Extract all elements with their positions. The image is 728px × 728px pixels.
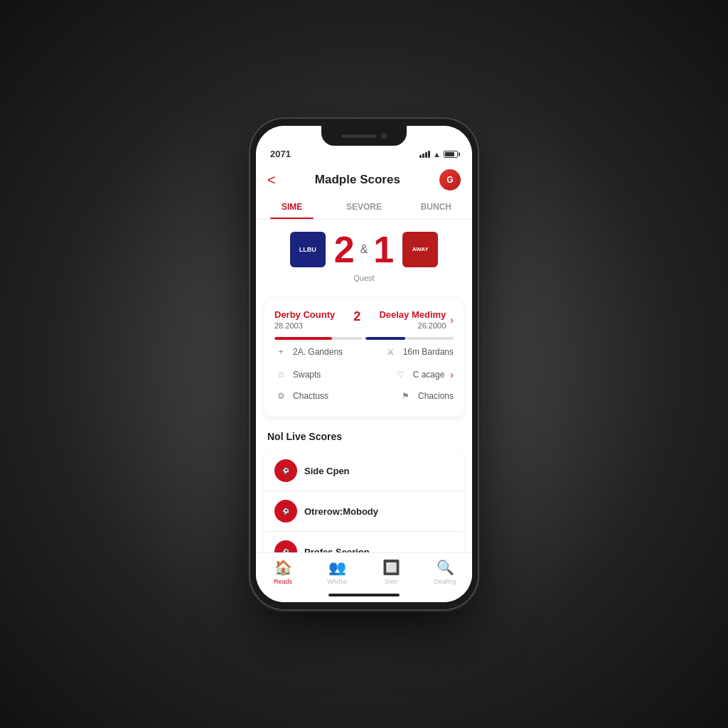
home-stat3[interactable]: ☆ Swapts: [274, 368, 321, 381]
flag-icon: ⚑: [400, 390, 412, 402]
user-avatar[interactable]: G: [439, 169, 461, 191]
away-team-info: Deelay Medimy 26.2000 ›: [379, 309, 454, 330]
away-score: 1: [373, 231, 394, 268]
home-indicator: [328, 594, 400, 596]
score-section: LLBU 2 & 1 AWAY Quest: [256, 220, 472, 294]
home-team-name: Derby County: [274, 309, 335, 320]
heart-icon: ♡: [395, 368, 407, 381]
battery-icon: [444, 151, 458, 158]
chevron-right-icon: ›: [450, 314, 454, 326]
shield-icon: ⚔: [385, 346, 397, 358]
list-logo-1: ⚽: [274, 500, 297, 523]
status-icons: ▲: [419, 150, 458, 159]
signal-bars: [419, 151, 430, 158]
home-nav-icon: 🏠: [274, 559, 292, 576]
away-stat3[interactable]: ♡ C acage ›: [395, 368, 454, 381]
chevron-small-icon: ›: [450, 369, 454, 380]
app-header: < Madple Scores G: [256, 164, 472, 191]
teams-header: Derby County 28.2003 2 Deelay Medimy 26.…: [274, 309, 454, 330]
camera: [381, 133, 387, 139]
wifi-icon: ▲: [433, 150, 441, 159]
app-content: < Madple Scores G SIME SEVORE BUNCH: [256, 164, 472, 602]
list-item-label-0: Side Cpen: [304, 466, 350, 476]
nav-item-sien[interactable]: 🔲 Sien: [364, 559, 418, 585]
grid-nav-icon: 🔲: [382, 559, 400, 576]
nav-item-whdse[interactable]: 👥 Whdse: [310, 559, 364, 585]
stat-labels-row: + 2A. Gandens ⚔ 16m Bardans: [274, 346, 454, 363]
home-team-logo: LLBU: [290, 232, 326, 267]
people-nav-icon: 👥: [328, 559, 346, 576]
stat-bottom-row: ⚙ Chactuss ⚑ Chacions: [274, 390, 454, 407]
stats-card: Derby County 28.2003 2 Deelay Medimy 26.…: [264, 299, 464, 417]
search-nav-icon: 🔍: [437, 559, 454, 576]
nav-label-whdse: Whdse: [327, 578, 347, 585]
score-numbers: 2 & 1: [334, 231, 395, 268]
nav-label-reads: Reads: [274, 578, 292, 585]
back-button[interactable]: <: [267, 172, 276, 188]
tab-sime[interactable]: SIME: [256, 196, 328, 219]
home-stat4: ⚙ Chactuss: [274, 390, 328, 402]
match-status: Quest: [267, 274, 461, 282]
page-title: Madple Scores: [315, 173, 400, 187]
bottom-nav: 🏠 Reads 👥 Whdse 🔲 Sien 🔍 Dealing: [256, 552, 472, 602]
list-item-1[interactable]: ⚽ Otrerow:Mobody: [264, 491, 464, 532]
list-item-label-1: Otrerow:Mobody: [304, 506, 378, 517]
tab-bar: SIME SEVORE BUNCH: [256, 191, 472, 220]
score-display: LLBU 2 & 1 AWAY: [267, 231, 461, 268]
away-stat4: ⚑ Chacions: [400, 390, 454, 402]
away-team-name: Deelay Medimy: [379, 309, 446, 320]
home-team-info: Derby County 28.2003: [274, 309, 335, 330]
stat-actions-row: ☆ Swapts ♡ C acage ›: [274, 368, 454, 385]
away-stat2: ⚔ 16m Bardans: [385, 346, 454, 358]
home-score: 2: [334, 231, 355, 268]
phone-notch: [321, 126, 407, 146]
settings-icon: ⚙: [274, 390, 287, 402]
nav-label-sien: Sien: [385, 578, 397, 585]
nav-item-dealing[interactable]: 🔍 Dealing: [418, 559, 472, 585]
away-team-logo: AWAY: [402, 232, 438, 267]
list-section-title: Nol Live Scores: [256, 422, 472, 448]
list-item-0[interactable]: ⚽ Side Cpen: [264, 451, 464, 491]
list-logo-0: ⚽: [274, 459, 297, 482]
stat-bar-row-1: [274, 337, 454, 340]
tab-sevore[interactable]: SEVORE: [328, 196, 400, 219]
home-stat2: + 2A. Gandens: [274, 346, 343, 358]
speaker: [341, 134, 377, 138]
home-stat1: 28.2003: [274, 321, 335, 330]
star-icon: ☆: [274, 368, 287, 381]
score-separator: &: [360, 243, 368, 256]
tab-bunch[interactable]: BUNCH: [400, 196, 472, 219]
away-stat1: 26.2000: [379, 321, 446, 330]
home-score-badge: 2: [353, 309, 360, 324]
nav-label-dealing: Dealing: [434, 578, 456, 585]
plus-icon: +: [274, 346, 287, 358]
nav-item-reads[interactable]: 🏠 Reads: [256, 559, 310, 585]
status-time: 2071: [270, 149, 291, 159]
